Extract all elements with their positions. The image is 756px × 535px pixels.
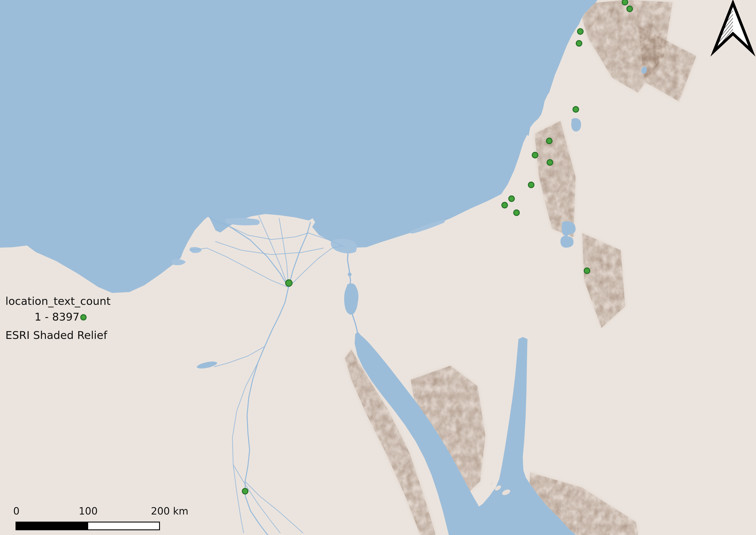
legend-symbol-icon: [81, 315, 86, 320]
legend-class-label: 1 - 8397: [35, 311, 80, 323]
sea-of-galilee: [571, 118, 581, 131]
location-marker: [532, 152, 538, 158]
legend-basemap-label: ESRI Shaded Relief: [5, 329, 108, 342]
location-marker: [514, 210, 519, 215]
location-marker: [547, 160, 553, 165]
legend-layer-title: location_text_count: [5, 295, 111, 307]
location-marker: [242, 489, 248, 494]
location-marker: [578, 29, 583, 34]
location-marker: [285, 280, 292, 286]
location-marker: [509, 196, 514, 202]
lake-timsah: [348, 272, 352, 276]
map-canvas: location_text_count 1 - 8397 ESRI Shaded…: [0, 0, 756, 535]
location-marker: [573, 106, 579, 112]
scalebar-segment-2: [88, 522, 159, 530]
map-export-page: location_text_count 1 - 8397 ESRI Shaded…: [0, 0, 756, 535]
location-marker: [502, 202, 507, 208]
location-marker: [547, 138, 552, 144]
scalebar-label-100: 100: [79, 505, 98, 517]
location-marker: [622, 0, 628, 5]
scalebar-label-200: 200 km: [151, 505, 188, 517]
location-marker: [584, 268, 590, 273]
scalebar-segment-1: [16, 522, 88, 530]
scalebar-label-0: 0: [13, 505, 19, 517]
location-marker: [576, 41, 582, 46]
location-marker: [627, 6, 633, 12]
location-marker: [528, 182, 534, 188]
